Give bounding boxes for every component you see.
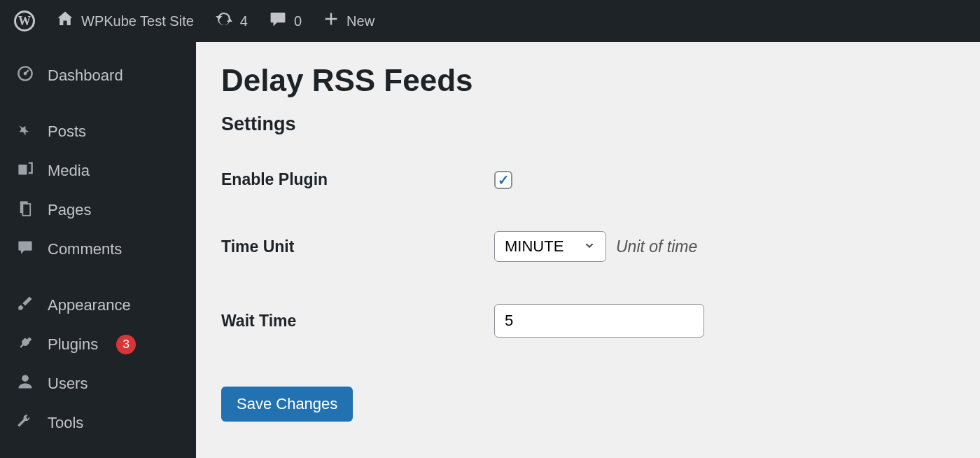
plugins-update-badge: 3	[116, 335, 136, 354]
admin-bar: W WPKube Test Site 4 0 New	[0, 0, 980, 42]
svg-rect-4	[22, 204, 30, 216]
svg-point-1	[24, 72, 27, 76]
updates-link[interactable]: 4	[208, 10, 255, 32]
dashboard-icon	[15, 65, 35, 86]
svg-point-5	[22, 375, 29, 382]
refresh-icon	[215, 10, 233, 32]
sidebar-item-label: Tools	[48, 414, 83, 432]
comments-count: 0	[294, 13, 302, 29]
brush-icon	[15, 295, 35, 316]
time-unit-value: MINUTE	[505, 237, 564, 256]
comment-icon	[15, 239, 35, 260]
time-unit-row: Time Unit MINUTE Unit of time	[221, 231, 955, 262]
main-layout: Dashboard Posts Media Pages Comments	[0, 42, 980, 458]
wrench-icon	[15, 412, 35, 433]
home-icon	[56, 10, 74, 32]
sidebar-item-media[interactable]: Media	[0, 151, 196, 190]
svg-rect-2	[18, 165, 27, 174]
page-title: Delay RSS Feeds	[221, 63, 955, 98]
sidebar-item-label: Appearance	[48, 296, 131, 314]
time-unit-select[interactable]: MINUTE	[494, 231, 606, 262]
sidebar-item-plugins[interactable]: Plugins 3	[0, 325, 196, 364]
sidebar-item-tools[interactable]: Tools	[0, 403, 196, 443]
media-icon	[15, 160, 35, 181]
sidebar-item-label: Media	[48, 162, 90, 180]
new-label: New	[346, 13, 374, 29]
wait-time-input[interactable]	[494, 304, 704, 338]
check-icon: ✓	[498, 172, 510, 188]
updates-count: 4	[240, 13, 248, 29]
comments-link[interactable]: 0	[262, 10, 309, 32]
plug-icon	[15, 334, 35, 355]
chevron-down-icon	[583, 239, 596, 255]
time-unit-hint: Unit of time	[616, 237, 697, 256]
sidebar-item-users[interactable]: Users	[0, 364, 196, 403]
pin-icon	[10, 117, 39, 146]
site-home-link[interactable]: WPKube Test Site	[49, 10, 201, 32]
admin-sidebar: Dashboard Posts Media Pages Comments	[0, 42, 196, 458]
wordpress-icon: W	[14, 11, 35, 32]
page-subtitle: Settings	[221, 113, 955, 135]
sidebar-item-label: Users	[48, 375, 88, 393]
sidebar-item-label: Plugins	[48, 335, 98, 354]
plus-icon	[323, 11, 340, 32]
comment-icon	[269, 10, 287, 32]
wait-time-row: Wait Time	[221, 304, 955, 338]
wait-time-label: Wait Time	[221, 312, 494, 331]
content-area: Delay RSS Feeds Settings Enable Plugin ✓…	[196, 42, 980, 458]
sidebar-item-label: Posts	[48, 123, 86, 141]
sidebar-item-label: Dashboard	[48, 67, 123, 85]
time-unit-label: Time Unit	[221, 237, 494, 256]
sidebar-item-label: Comments	[48, 240, 122, 258]
pages-icon	[15, 200, 35, 221]
sidebar-item-dashboard[interactable]: Dashboard	[0, 56, 196, 95]
sidebar-item-label: Pages	[48, 201, 91, 219]
user-icon	[15, 373, 35, 394]
sidebar-item-comments[interactable]: Comments	[0, 230, 196, 269]
sidebar-item-posts[interactable]: Posts	[0, 112, 196, 151]
enable-plugin-checkbox[interactable]: ✓	[494, 171, 512, 189]
sidebar-item-pages[interactable]: Pages	[0, 190, 196, 230]
enable-plugin-label: Enable Plugin	[221, 170, 494, 189]
new-content-link[interactable]: New	[316, 11, 382, 32]
enable-plugin-row: Enable Plugin ✓	[221, 170, 955, 189]
wp-logo[interactable]: W	[7, 11, 42, 32]
save-changes-button[interactable]: Save Changes	[221, 387, 353, 422]
sidebar-item-appearance[interactable]: Appearance	[0, 286, 196, 325]
site-name: WPKube Test Site	[81, 13, 194, 29]
